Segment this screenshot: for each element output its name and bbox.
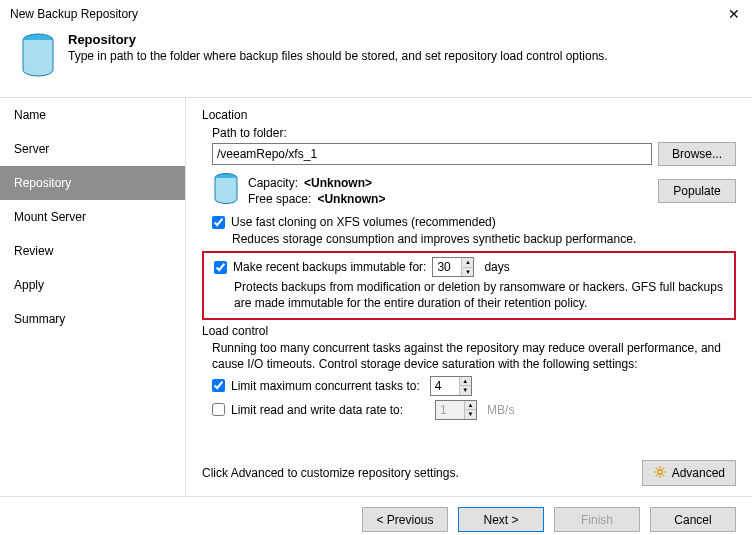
- advanced-hint: Click Advanced to customize repository s…: [202, 466, 632, 480]
- immutable-highlight: Make recent backups immutable for: ▲▼ da…: [202, 251, 736, 319]
- sidebar-item-server[interactable]: Server: [0, 132, 185, 166]
- location-group-label: Location: [202, 108, 736, 122]
- svg-line-7: [655, 467, 656, 468]
- next-button[interactable]: Next >: [458, 507, 544, 532]
- sidebar-item-summary[interactable]: Summary: [0, 302, 185, 336]
- sidebar-item-mount-server[interactable]: Mount Server: [0, 200, 185, 234]
- close-icon[interactable]: ✕: [724, 6, 744, 22]
- svg-line-10: [663, 467, 664, 468]
- content: Location Path to folder: Browse... Capac…: [186, 98, 752, 496]
- immutable-days-spinner[interactable]: ▲▼: [461, 258, 473, 276]
- populate-button[interactable]: Populate: [658, 179, 736, 203]
- path-label: Path to folder:: [212, 126, 736, 140]
- svg-line-8: [663, 474, 664, 475]
- sidebar-item-name[interactable]: Name: [0, 98, 185, 132]
- finish-button: Finish: [554, 507, 640, 532]
- previous-button[interactable]: < Previous: [362, 507, 448, 532]
- limit-tasks-label: Limit maximum concurrent tasks to:: [231, 379, 420, 393]
- page-title: Repository: [68, 32, 608, 47]
- svg-point-2: [657, 469, 662, 474]
- svg-line-9: [655, 474, 656, 475]
- advanced-button[interactable]: Advanced: [642, 460, 736, 486]
- fastclone-label: Use fast cloning on XFS volumes (recomme…: [231, 215, 496, 229]
- limit-rate-checkbox[interactable]: [212, 403, 225, 416]
- immutable-unit: days: [484, 260, 509, 274]
- cancel-button[interactable]: Cancel: [650, 507, 736, 532]
- loadcontrol-desc: Running too many concurrent tasks agains…: [212, 340, 736, 372]
- immutable-checkbox[interactable]: [214, 261, 227, 274]
- limit-rate-spinner: ▲▼: [464, 401, 476, 419]
- sidebar-item-repository[interactable]: Repository: [0, 166, 185, 200]
- limit-rate-unit: MB/s: [487, 403, 514, 417]
- header: Repository Type in path to the folder wh…: [0, 26, 752, 97]
- page-subtitle: Type in path to the folder where backup …: [68, 49, 608, 63]
- fastclone-desc: Reduces storage consumption and improves…: [232, 231, 736, 247]
- immutable-desc: Protects backups from modification or de…: [234, 279, 728, 311]
- capacity-label: Capacity:: [248, 176, 298, 190]
- advanced-button-label: Advanced: [672, 466, 725, 480]
- footer: < Previous Next > Finish Cancel: [0, 497, 752, 535]
- path-input[interactable]: [212, 143, 652, 165]
- capacity-value: <Unknown>: [304, 176, 372, 190]
- fastclone-checkbox[interactable]: [212, 216, 225, 229]
- sidebar-item-review[interactable]: Review: [0, 234, 185, 268]
- freespace-value: <Unknown>: [317, 192, 385, 206]
- freespace-label: Free space:: [248, 192, 311, 206]
- immutable-label: Make recent backups immutable for:: [233, 260, 426, 274]
- repository-icon: [20, 32, 56, 83]
- window-title: New Backup Repository: [10, 7, 138, 21]
- titlebar: New Backup Repository ✕: [0, 0, 752, 26]
- repository-small-icon: [212, 172, 240, 209]
- sidebar-item-apply[interactable]: Apply: [0, 268, 185, 302]
- limit-rate-label: Limit read and write data rate to:: [231, 403, 403, 417]
- loadcontrol-group-label: Load control: [202, 324, 736, 338]
- limit-tasks-checkbox[interactable]: [212, 379, 225, 392]
- sidebar: Name Server Repository Mount Server Revi…: [0, 98, 186, 496]
- gear-icon: [653, 465, 667, 482]
- browse-button[interactable]: Browse...: [658, 142, 736, 166]
- limit-tasks-spinner[interactable]: ▲▼: [459, 377, 471, 395]
